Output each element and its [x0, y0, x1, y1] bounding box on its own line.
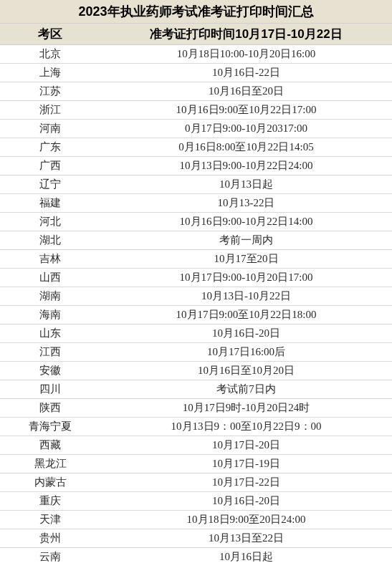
region-cell: 四川 [0, 380, 100, 399]
region-cell: 北京 [0, 45, 100, 64]
region-cell: 江苏 [0, 82, 100, 101]
region-cell: 江西 [0, 343, 100, 362]
title-row: 2023年执业药师考试准考证打印时间汇总 [0, 0, 392, 24]
region-cell: 内蒙古 [0, 473, 100, 492]
table-row: 海南10月17日9:00至10月22日18:00 [0, 306, 392, 324]
region-cell: 湖北 [0, 231, 100, 250]
table-title: 2023年执业药师考试准考证打印时间汇总 [0, 0, 392, 24]
region-cell: 海南 [0, 306, 100, 324]
time-cell: 10月13日9：00至10月22日9：00 [100, 418, 392, 436]
admission-ticket-schedule-table: 2023年执业药师考试准考证打印时间汇总 考区 准考证打印时间10月17日-10… [0, 0, 392, 563]
table-row: 内蒙古10月17日-22日 [0, 473, 392, 492]
time-cell: 10月16日至10月20日 [100, 362, 392, 380]
time-cell: 10月16日起 [100, 548, 392, 564]
region-cell: 山东 [0, 324, 100, 343]
table-row: 河南0月17日9:00-10月20317:00 [0, 120, 392, 138]
time-cell: 10月16日9:00-10月22日14:00 [100, 213, 392, 231]
time-cell: 10月16日-22日 [100, 64, 392, 82]
table-row: 青海宁夏10月13日9：00至10月22日9：00 [0, 418, 392, 436]
table-row: 江西10月17日16:00后 [0, 343, 392, 362]
time-cell: 10月16日9:00至10月22日17:00 [100, 101, 392, 120]
table-row: 四川考试前7日内 [0, 380, 392, 399]
time-cell: 10月17日9:00-10月20日17:00 [100, 269, 392, 287]
time-cell: 10月18日9:00至20日24:00 [100, 511, 392, 529]
table-row: 西藏10月17日-20日 [0, 436, 392, 455]
table-row: 山西10月17日9:00-10月20日17:00 [0, 269, 392, 287]
table-row: 江苏10月16日至20日 [0, 82, 392, 101]
table-row: 浙江10月16日9:00至10月22日17:00 [0, 101, 392, 120]
table-row: 上海10月16日-22日 [0, 64, 392, 82]
time-cell: 10月17日-19日 [100, 455, 392, 473]
region-cell: 河南 [0, 120, 100, 138]
table-row: 山东10月16日-20日 [0, 324, 392, 343]
time-cell: 10月13-22日 [100, 194, 392, 213]
time-cell: 10月18日10:00-10月20日16:00 [100, 45, 392, 64]
region-cell: 天津 [0, 511, 100, 529]
header-row: 考区 准考证打印时间10月17日-10月22日 [0, 24, 392, 45]
time-cell: 10月13日至22日 [100, 529, 392, 548]
time-cell: 0月16日8:00至10月22日14:05 [100, 138, 392, 157]
time-cell: 10月13日9:00-10月22日24:00 [100, 157, 392, 175]
region-cell: 陕西 [0, 399, 100, 418]
table-row: 黑龙江10月17日-19日 [0, 455, 392, 473]
region-cell: 浙江 [0, 101, 100, 120]
table-row: 湖北考前一周内 [0, 231, 392, 250]
region-cell: 山西 [0, 269, 100, 287]
region-cell: 福建 [0, 194, 100, 213]
table-row: 吉林10月17至20日 [0, 250, 392, 269]
time-cell: 考前一周内 [100, 231, 392, 250]
table-row: 广东0月16日8:00至10月22日14:05 [0, 138, 392, 157]
time-cell: 10月17日-20日 [100, 436, 392, 455]
table-row: 重庆10月16日-20日 [0, 492, 392, 511]
time-cell: 10月17至20日 [100, 250, 392, 269]
table-row: 贵州10月13日至22日 [0, 529, 392, 548]
time-cell: 10月16日-20日 [100, 492, 392, 511]
region-cell: 重庆 [0, 492, 100, 511]
region-cell: 安徽 [0, 362, 100, 380]
region-cell: 黑龙江 [0, 455, 100, 473]
table-row: 云南10月16日起 [0, 548, 392, 564]
region-cell: 云南 [0, 548, 100, 564]
time-cell: 10月17日-22日 [100, 473, 392, 492]
time-cell: 10月13日起 [100, 175, 392, 194]
time-cell: 10月13日-10月22日 [100, 287, 392, 306]
header-region: 考区 [0, 24, 100, 45]
table-row: 福建10月13-22日 [0, 194, 392, 213]
table-row: 安徽10月16日至10月20日 [0, 362, 392, 380]
time-cell: 10月17日16:00后 [100, 343, 392, 362]
header-time: 准考证打印时间10月17日-10月22日 [100, 24, 392, 45]
time-cell: 10月17日9时-10月20日24时 [100, 399, 392, 418]
table-row: 陕西10月17日9时-10月20日24时 [0, 399, 392, 418]
time-cell: 10月17日9:00至10月22日18:00 [100, 306, 392, 324]
region-cell: 贵州 [0, 529, 100, 548]
region-cell: 广东 [0, 138, 100, 157]
region-cell: 辽宁 [0, 175, 100, 194]
table-row: 湖南10月13日-10月22日 [0, 287, 392, 306]
region-cell: 吉林 [0, 250, 100, 269]
table-row: 广西10月13日9:00-10月22日24:00 [0, 157, 392, 175]
region-cell: 上海 [0, 64, 100, 82]
table-row: 河北10月16日9:00-10月22日14:00 [0, 213, 392, 231]
region-cell: 青海宁夏 [0, 418, 100, 436]
table-row: 北京10月18日10:00-10月20日16:00 [0, 45, 392, 64]
time-cell: 10月16日-20日 [100, 324, 392, 343]
time-cell: 0月17日9:00-10月20317:00 [100, 120, 392, 138]
region-cell: 西藏 [0, 436, 100, 455]
region-cell: 河北 [0, 213, 100, 231]
time-cell: 考试前7日内 [100, 380, 392, 399]
time-cell: 10月16日至20日 [100, 82, 392, 101]
region-cell: 广西 [0, 157, 100, 175]
table-row: 天津10月18日9:00至20日24:00 [0, 511, 392, 529]
region-cell: 湖南 [0, 287, 100, 306]
table-row: 辽宁10月13日起 [0, 175, 392, 194]
